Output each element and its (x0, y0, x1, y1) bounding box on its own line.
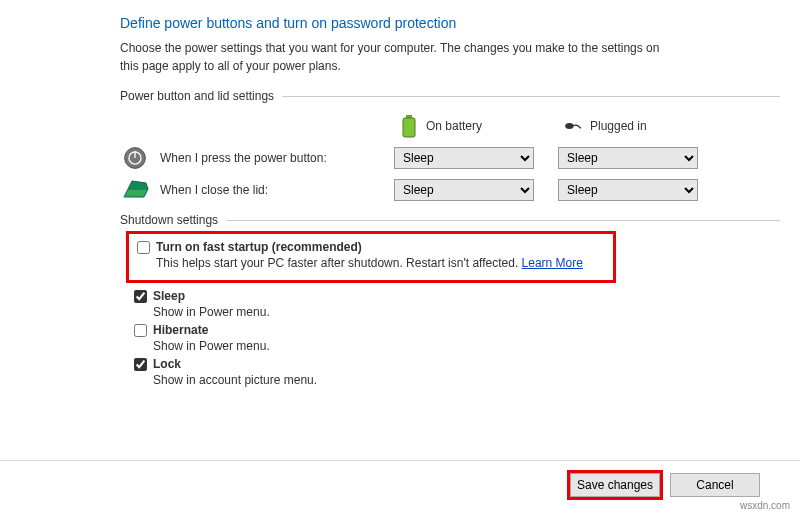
power-button-lid-section: Power button and lid settings On battery… (120, 89, 780, 203)
action-bar: Save changes Cancel (0, 460, 800, 497)
save-changes-button[interactable]: Save changes (570, 473, 660, 497)
fast-startup-label: Turn on fast startup (recommended) (156, 240, 362, 254)
power-button-lid-legend: Power button and lid settings (120, 89, 282, 103)
lid-icon (120, 177, 150, 203)
plug-icon (564, 113, 582, 139)
lid-row-label: When I close the lid: (120, 177, 380, 203)
lid-battery-select[interactable]: Sleep (394, 179, 534, 201)
lock-label: Lock (153, 357, 181, 371)
power-button-plugged-select[interactable]: Sleep (558, 147, 698, 169)
lock-checkbox[interactable] (134, 358, 147, 371)
on-battery-header: On battery (394, 113, 544, 139)
sleep-label: Sleep (153, 289, 185, 303)
fast-startup-checkbox[interactable] (137, 241, 150, 254)
cancel-button[interactable]: Cancel (670, 473, 760, 497)
svg-rect-1 (403, 118, 415, 137)
power-button-battery-select[interactable]: Sleep (394, 147, 534, 169)
on-battery-label: On battery (426, 119, 482, 133)
lock-row: Lock Show in account picture menu. (134, 357, 780, 389)
plugged-in-header: Plugged in (558, 113, 708, 139)
lid-plugged-select[interactable]: Sleep (558, 179, 698, 201)
hibernate-row: Hibernate Show in Power menu. (134, 323, 780, 355)
power-button-row-label: When I press the power button: (120, 145, 380, 171)
fast-startup-row: Turn on fast startup (recommended) This … (126, 231, 616, 283)
page-description: Choose the power settings that you want … (120, 39, 680, 75)
plugged-in-label: Plugged in (590, 119, 647, 133)
power-button-icon (120, 145, 150, 171)
fast-startup-desc: This helps start your PC faster after sh… (156, 256, 522, 270)
watermark: wsxdn.com (740, 500, 790, 511)
svg-point-2 (565, 123, 573, 129)
learn-more-link[interactable]: Learn More (522, 256, 583, 270)
shutdown-settings-legend: Shutdown settings (120, 213, 226, 227)
sleep-desc: Show in Power menu. (153, 303, 780, 321)
hibernate-desc: Show in Power menu. (153, 337, 780, 355)
page-title: Define power buttons and turn on passwor… (120, 15, 780, 31)
hibernate-checkbox[interactable] (134, 324, 147, 337)
battery-icon (400, 113, 418, 139)
hibernate-label: Hibernate (153, 323, 208, 337)
shutdown-settings-section: Shutdown settings Turn on fast startup (… (120, 213, 780, 391)
sleep-row: Sleep Show in Power menu. (134, 289, 780, 321)
lock-desc: Show in account picture menu. (153, 371, 780, 389)
sleep-checkbox[interactable] (134, 290, 147, 303)
